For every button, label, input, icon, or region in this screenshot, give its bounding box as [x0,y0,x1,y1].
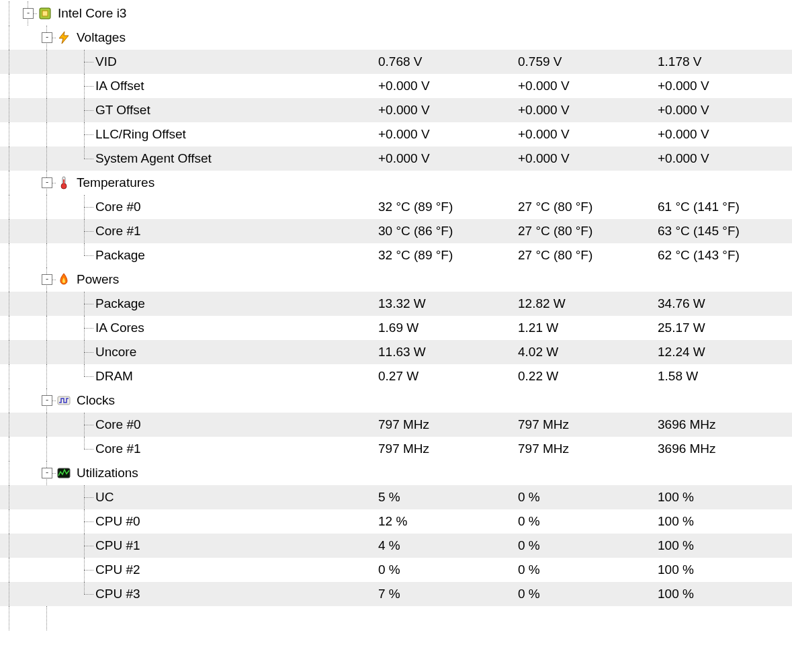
sensor-value-max: 100 % [652,562,792,577]
sensor-value-max: 100 % [652,538,792,553]
sensor-value-max: 3696 MHz [652,417,792,432]
sensor-value-max: 34.76 W [652,296,792,311]
tree-section-utilizations[interactable]: - Utilizations [0,461,792,485]
section-label: Powers [75,272,119,287]
sensor-row[interactable]: CPU #3 7 % 0 % 100 % [0,582,792,606]
sensor-name: Core #0 [94,417,141,432]
sensor-value-min: 0 % [513,587,652,601]
sensor-value-min: 12.82 W [513,296,652,311]
sensor-name: Core #0 [94,200,141,214]
sensor-row[interactable]: Core #0 32 °C (89 °F) 27 °C (80 °F) 61 °… [0,195,792,219]
sensor-row[interactable]: IA Offset +0.000 V +0.000 V +0.000 V [0,74,792,98]
sensor-row[interactable]: Uncore 11.63 W 4.02 W 12.24 W [0,340,792,364]
sensor-value-current: 0 % [373,562,513,577]
svg-marker-2 [59,32,69,44]
svg-rect-1 [42,11,48,16]
sensor-row[interactable]: CPU #0 12 % 0 % 100 % [0,509,792,534]
tree-toggle[interactable]: - [42,274,52,285]
sensor-name: CPU #0 [94,514,140,529]
sensor-value-max: 63 °C (145 °F) [652,224,792,239]
sensor-value-max: +0.000 V [652,103,792,118]
chip-icon [38,6,52,21]
tree-toggle[interactable]: - [42,395,52,406]
sensor-value-min: +0.000 V [513,127,652,142]
sensor-row[interactable]: VID 0.768 V 0.759 V 1.178 V [0,50,792,74]
root-label: Intel Core i3 [56,6,126,21]
sensor-value-min: 27 °C (80 °F) [513,200,652,214]
tree-node-root[interactable]: - Intel Core i3 [0,1,792,26]
sensor-row[interactable]: Core #1 797 MHz 797 MHz 3696 MHz [0,437,792,461]
tree-section-powers[interactable]: - Powers [0,267,792,292]
sensor-value-current: 797 MHz [373,417,513,432]
sensor-value-current: 5 % [373,490,513,505]
sensor-value-max: 3696 MHz [652,442,792,456]
util-icon [56,466,71,480]
sensor-name: IA Offset [94,79,144,93]
tree-toggle[interactable]: - [42,177,52,188]
sensor-row[interactable]: Core #1 30 °C (86 °F) 27 °C (80 °F) 63 °… [0,219,792,243]
clock-icon [56,393,71,408]
sensor-value-max: 1.58 W [652,369,792,384]
sensor-row[interactable]: Package 13.32 W 12.82 W 34.76 W [0,292,792,316]
tree-toggle[interactable]: - [42,468,52,478]
bolt-icon [56,30,71,45]
sensor-name: VID [94,54,117,69]
sensor-row[interactable]: LLC/Ring Offset +0.000 V +0.000 V +0.000… [0,122,792,146]
sensor-value-current: 32 °C (89 °F) [373,200,513,214]
sensor-row[interactable]: UC 5 % 0 % 100 % [0,485,792,509]
sensor-tree: - Intel Core i3 - Voltages V [0,0,792,630]
sensor-row[interactable]: Core #0 797 MHz 797 MHz 3696 MHz [0,413,792,437]
sensor-name: CPU #1 [94,538,140,553]
sensor-name: Uncore [94,345,136,360]
sensor-name: LLC/Ring Offset [94,127,186,142]
sensor-value-max: 100 % [652,587,792,601]
sensor-value-min: 27 °C (80 °F) [513,248,652,263]
sensor-value-current: 13.32 W [373,296,513,311]
sensor-value-current: +0.000 V [373,103,513,118]
sensor-value-current: 4 % [373,538,513,553]
sensor-row[interactable]: CPU #1 4 % 0 % 100 % [0,534,792,558]
sensor-name: GT Offset [94,103,150,118]
sensor-row[interactable]: System Agent Offset +0.000 V +0.000 V +0… [0,146,792,171]
tree-tail [0,606,792,630]
sensor-row[interactable]: IA Cores 1.69 W 1.21 W 25.17 W [0,316,792,340]
sensor-value-current: 7 % [373,587,513,601]
tree-section-temperatures[interactable]: - Temperatures [0,171,792,195]
sensor-value-current: 30 °C (86 °F) [373,224,513,239]
sensor-value-min: 797 MHz [513,442,652,456]
tree-section-voltages[interactable]: - Voltages [0,26,792,50]
sensor-name: CPU #3 [94,587,140,601]
sensor-value-current: 11.63 W [373,345,513,360]
sensor-value-min: +0.000 V [513,151,652,166]
sensor-row[interactable]: DRAM 0.27 W 0.22 W 1.58 W [0,364,792,388]
sensor-value-min: +0.000 V [513,103,652,118]
sensor-value-max: 25.17 W [652,321,792,335]
sensor-value-current: 0.768 V [373,54,513,69]
section-label: Clocks [75,393,115,408]
sensor-value-min: 0 % [513,538,652,553]
sensor-value-min: 0 % [513,514,652,529]
tree-toggle[interactable]: - [42,32,52,43]
sensor-value-min: 0.759 V [513,54,652,69]
sensor-row[interactable]: CPU #2 0 % 0 % 100 % [0,558,792,582]
sensor-value-current: +0.000 V [373,151,513,166]
sensor-name: Package [94,296,145,311]
sensor-name: CPU #2 [94,562,140,577]
tree-section-clocks[interactable]: - Clocks [0,388,792,413]
flame-icon [56,272,71,287]
tree-toggle[interactable]: - [23,8,34,19]
sensor-value-current: 32 °C (89 °F) [373,248,513,263]
sensor-row[interactable]: GT Offset +0.000 V +0.000 V +0.000 V [0,98,792,122]
sensor-value-min: 0 % [513,562,652,577]
svg-rect-5 [63,179,64,186]
section-label: Voltages [75,30,126,45]
sensor-value-min: 1.21 W [513,321,652,335]
sensor-name: UC [94,490,114,505]
sensor-name: Package [94,248,145,263]
sensor-value-max: 61 °C (141 °F) [652,200,792,214]
sensor-row[interactable]: Package 32 °C (89 °F) 27 °C (80 °F) 62 °… [0,243,792,267]
sensor-name: DRAM [94,369,133,384]
sensor-value-max: 12.24 W [652,345,792,360]
sensor-value-min: 27 °C (80 °F) [513,224,652,239]
sensor-name: IA Cores [94,321,144,335]
